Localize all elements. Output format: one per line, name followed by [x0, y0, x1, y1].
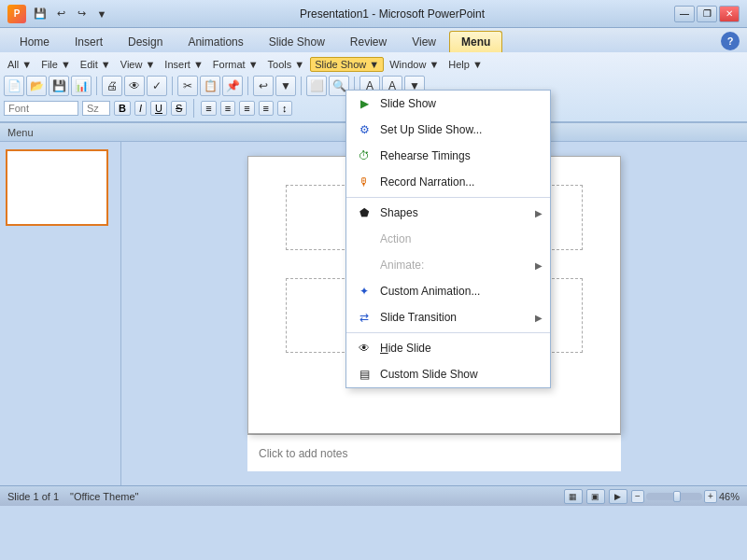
slideshow-view-btn[interactable]: ▶: [609, 489, 627, 504]
slide-transition-icon: ⇄: [354, 309, 374, 326]
open-btn[interactable]: 📂: [26, 76, 47, 96]
menu-item-slide-show[interactable]: ▶ Slide Show: [346, 91, 550, 117]
size-selector[interactable]: [82, 101, 110, 116]
help-icon[interactable]: ?: [721, 32, 740, 50]
zoom-in-btn[interactable]: +: [704, 490, 717, 503]
status-left: Slide 1 of 1 "Office Theme": [7, 491, 138, 502]
app-icon: P: [7, 5, 26, 23]
maximize-button[interactable]: ❐: [697, 6, 717, 22]
copy-btn[interactable]: 📋: [200, 76, 220, 96]
action-icon: [354, 231, 374, 247]
tab-design[interactable]: Design: [116, 31, 175, 52]
notes-placeholder-text: Click to add notes: [259, 447, 347, 460]
tab-insert[interactable]: Insert: [63, 31, 115, 52]
menu-item-shapes[interactable]: ⬟ Shapes ▶: [346, 200, 550, 226]
tab-menu[interactable]: Menu: [449, 31, 502, 52]
sep4: [301, 77, 302, 95]
menu-format[interactable]: Format ▼: [209, 58, 262, 71]
custom-animation-label: Custom Animation...: [380, 285, 543, 298]
slide-sorter-btn[interactable]: ▣: [586, 489, 605, 504]
align-right-btn[interactable]: ≡: [239, 101, 254, 116]
menu-tools[interactable]: Tools ▼: [264, 58, 309, 71]
quick-access-dropdown[interactable]: ▼: [93, 6, 110, 22]
tab-view[interactable]: View: [400, 31, 448, 52]
shapes-arrow: ▶: [535, 208, 543, 218]
window-controls: — ❐ ✕: [674, 6, 740, 22]
slideshow-dropdown-menu: ▶ Slide Show ⚙ Set Up Slide Show... ⏱ Re…: [345, 90, 551, 388]
redo-quick-btn[interactable]: ↪: [73, 6, 90, 22]
zoom-slider-thumb[interactable]: [673, 491, 681, 502]
menu-insert[interactable]: Insert ▼: [161, 58, 206, 71]
title-left: P 💾 ↩ ↪ ▼: [7, 5, 110, 23]
save-btn[interactable]: 💾: [49, 76, 69, 96]
tab-home[interactable]: Home: [7, 31, 62, 52]
menu-item-slide-transition[interactable]: ⇄ Slide Transition ▶: [346, 304, 550, 330]
italic-btn[interactable]: I: [134, 101, 147, 116]
slide-transition-label: Slide Transition: [380, 311, 535, 324]
window-title: Presentation1 - Microsoft PowerPoint: [110, 7, 674, 21]
theme-name: "Office Theme": [70, 491, 138, 502]
menu-window[interactable]: Window ▼: [386, 58, 443, 71]
record-narration-icon: 🎙: [354, 174, 374, 190]
tab-slideshow[interactable]: Slide Show: [257, 31, 337, 52]
justify-btn[interactable]: ≡: [259, 101, 274, 116]
bold-btn[interactable]: B: [114, 101, 131, 116]
custom-slide-show-label: Custom Slide Show: [380, 368, 543, 381]
undo-drop[interactable]: ▼: [275, 76, 296, 96]
cut-btn[interactable]: ✂: [177, 76, 198, 96]
undo-btn[interactable]: ↩: [253, 76, 274, 96]
slide-thumb-container: 1: [6, 149, 115, 226]
status-bar: Slide 1 of 1 "Office Theme" ▦ ▣ ▶ − + 46…: [0, 485, 747, 506]
align-center-btn[interactable]: ≡: [220, 101, 235, 116]
menu-item-setup-slide-show[interactable]: ⚙ Set Up Slide Show...: [346, 117, 550, 143]
align-left-btn[interactable]: ≡: [201, 101, 216, 116]
rehearse-timings-label: Rehearse Timings: [380, 149, 543, 162]
slide-info: Slide 1 of 1: [7, 491, 59, 502]
title-bar: P 💾 ↩ ↪ ▼ Presentation1 - Microsoft Powe…: [0, 0, 747, 28]
zoom-slider[interactable]: [646, 493, 702, 500]
ppt-btn[interactable]: 📊: [71, 76, 92, 96]
minimize-button[interactable]: —: [674, 6, 695, 22]
menu-edit[interactable]: Edit ▼: [77, 58, 115, 71]
slide-show-label: Slide Show: [380, 97, 543, 110]
menu-bar: All ▼ File ▼ Edit ▼ View ▼ Insert ▼ Form…: [4, 55, 743, 74]
tab-review[interactable]: Review: [338, 31, 399, 52]
ribbon-tab-bar: Home Insert Design Animations Slide Show…: [0, 28, 747, 52]
print-btn[interactable]: 🖨: [102, 76, 122, 96]
notes-area[interactable]: Click to add notes: [247, 434, 621, 471]
menu-slideshow[interactable]: Slide Show ▼: [310, 57, 384, 72]
slide-thumbnail[interactable]: [6, 149, 108, 226]
undo-quick-btn[interactable]: ↩: [52, 6, 69, 22]
menu-item-custom-animation[interactable]: ✦ Custom Animation...: [346, 278, 550, 304]
save-quick-btn[interactable]: 💾: [32, 6, 49, 22]
underline-btn[interactable]: U: [150, 101, 167, 116]
setup-slide-show-label: Set Up Slide Show...: [380, 123, 543, 136]
font-selector[interactable]: [4, 101, 78, 116]
menu-item-rehearse-timings[interactable]: ⏱ Rehearse Timings: [346, 143, 550, 169]
custom-slide-show-icon: ▤: [354, 366, 374, 383]
menu-all[interactable]: All ▼: [4, 58, 35, 71]
zoom-out-btn[interactable]: −: [631, 490, 644, 503]
normal-view-btn[interactable]: ▦: [564, 489, 583, 504]
close-button[interactable]: ✕: [719, 6, 740, 22]
menu-view[interactable]: View ▼: [117, 58, 160, 71]
tab-animations[interactable]: Animations: [176, 31, 255, 52]
sep2: [172, 77, 173, 95]
menu-item-hide-slide[interactable]: 👁 Hide Slide: [346, 335, 550, 361]
sep1: [96, 77, 97, 95]
menu-help[interactable]: Help ▼: [444, 58, 486, 71]
menu-item-action: Action: [346, 226, 550, 252]
preview-btn[interactable]: 👁: [124, 76, 145, 96]
custom-animation-icon: ✦: [354, 283, 374, 300]
line-spacing-btn[interactable]: ↕: [277, 101, 292, 116]
menu-file[interactable]: File ▼: [37, 58, 75, 71]
border-btn[interactable]: ⬜: [306, 76, 327, 96]
menu-item-custom-slide-show[interactable]: ▤ Custom Slide Show: [346, 361, 550, 387]
paste-btn[interactable]: 📌: [222, 76, 243, 96]
slide-panel: 1: [0, 142, 121, 485]
new-btn[interactable]: 📄: [4, 76, 24, 96]
shapes-icon: ⬟: [354, 204, 374, 221]
spell-btn[interactable]: ✓: [147, 76, 167, 96]
menu-item-record-narration[interactable]: 🎙 Record Narration...: [346, 169, 550, 195]
strikethrough-btn[interactable]: S: [171, 101, 187, 116]
